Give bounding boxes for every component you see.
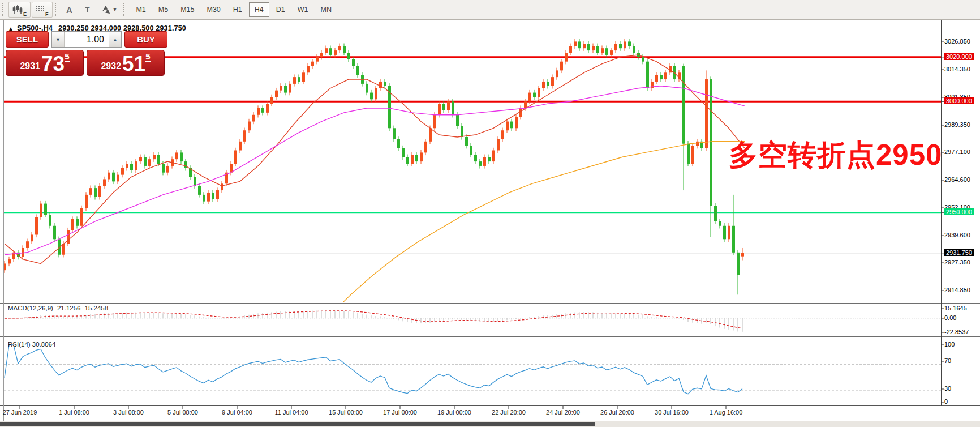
grid-icon <box>36 5 45 14</box>
candle <box>542 79 545 91</box>
price-chart[interactable] <box>0 20 980 427</box>
candle <box>76 216 79 228</box>
buy-price-fraction: 5 <box>145 52 150 62</box>
sell-price-main: 73 <box>41 54 65 74</box>
volume-input[interactable] <box>65 32 109 47</box>
cursor-tool-button[interactable]: A <box>62 2 78 18</box>
candle <box>705 70 708 151</box>
candle <box>474 152 477 164</box>
candle <box>180 150 183 164</box>
date-label: 15 Jul 00:00 <box>329 409 363 416</box>
candle <box>737 250 740 294</box>
text-label-tool-button[interactable]: T <box>79 2 97 18</box>
timeframe-button-m30[interactable]: M30 <box>201 2 226 17</box>
candle <box>184 159 187 170</box>
candle <box>533 90 536 100</box>
candle <box>660 72 663 82</box>
candle <box>519 105 522 119</box>
buy-price-tile[interactable]: 2932 51 5 <box>87 50 165 76</box>
arrows-icon <box>101 6 110 14</box>
candle <box>316 54 319 64</box>
candle <box>135 159 137 173</box>
candle <box>624 39 626 51</box>
price-axis-label: 2977.100 <box>944 148 970 155</box>
date-label: 19 Jul 00:00 <box>437 409 471 416</box>
toolbar-drag-handle[interactable] <box>123 3 128 16</box>
candle <box>583 41 586 51</box>
timeframe-button-m5[interactable]: M5 <box>153 2 174 17</box>
candle <box>465 134 468 148</box>
price-axis-label: 3026.850 <box>944 38 970 45</box>
candle <box>40 201 42 220</box>
candle <box>461 123 463 140</box>
sell-price-tile[interactable]: 2931 73 5 <box>6 50 84 76</box>
candle <box>719 219 721 228</box>
candle <box>596 44 599 55</box>
candle <box>307 63 310 75</box>
candle <box>678 70 681 82</box>
date-label: 5 Jul 08:00 <box>167 409 198 416</box>
sell-price-fraction: 5 <box>65 52 69 62</box>
candle <box>153 152 156 162</box>
sell-button[interactable]: SELL <box>6 31 49 48</box>
data-window-button[interactable]: F <box>32 2 53 18</box>
one-click-trading-panel: SELL ▼ ▲ BUY 2931 73 5 2932 51 5 <box>6 31 167 76</box>
price-axis-label: 2914.850 <box>944 287 970 293</box>
timeframe-button-h1[interactable]: H1 <box>227 2 248 17</box>
toolbar-drag-handle[interactable] <box>2 3 6 16</box>
candle <box>53 223 56 242</box>
timeframe-button-m1[interactable]: M1 <box>130 2 151 17</box>
candle <box>714 203 717 224</box>
date-label: 27 Jun 2019 <box>3 409 37 416</box>
candle <box>601 45 604 55</box>
timeframe-button-h4[interactable]: H4 <box>249 2 269 17</box>
horizontal-scrollbar[interactable] <box>0 421 980 427</box>
candle <box>664 70 667 82</box>
timeframe-button-d1[interactable]: D1 <box>270 2 291 17</box>
volume-decrease-button[interactable]: ▼ <box>52 32 65 47</box>
volume-increase-button[interactable]: ▲ <box>109 32 121 47</box>
price-axis-label: 2939.600 <box>944 232 970 238</box>
candle <box>651 79 654 91</box>
candle <box>234 148 237 166</box>
candle <box>270 95 273 106</box>
chart-annotation-text[interactable]: 多空转折点2950 <box>729 136 942 175</box>
candle <box>343 44 346 55</box>
timeframe-button-m15[interactable]: M15 <box>175 2 200 17</box>
candle <box>728 223 730 242</box>
volume-stepper: ▼ ▲ <box>51 31 122 48</box>
date-label: 3 Jul 08:00 <box>113 409 144 416</box>
candle <box>375 86 377 102</box>
date-label: 30 Jul 16:00 <box>655 409 689 416</box>
date-label: 26 Jul 20:00 <box>600 409 634 416</box>
price-axis-label: 2964.600 <box>944 176 970 183</box>
candle <box>397 136 400 151</box>
chart-window: ▲SP500-,H42930.250 2934.000 2928.500 293… <box>0 20 980 427</box>
chart-type-button[interactable]: E <box>8 2 31 18</box>
toolbar-drag-handle[interactable] <box>55 3 59 16</box>
candle <box>275 88 278 100</box>
candle <box>35 214 38 237</box>
macd-indicator-label: MACD(12,26,9) -21.1256 -15.2458 <box>8 305 108 311</box>
candle <box>8 257 11 266</box>
chevron-down-icon: ▼ <box>112 7 117 12</box>
price-level-badge: 2950.000 <box>944 208 974 215</box>
candle <box>311 59 314 69</box>
cursor-tool-label: A <box>66 5 72 15</box>
main-pane <box>3 39 941 339</box>
candle <box>280 83 282 93</box>
candle <box>497 136 500 153</box>
arrow-objects-button[interactable]: ▼ <box>97 2 121 18</box>
candle <box>488 155 491 164</box>
candle <box>329 45 332 57</box>
candle <box>338 44 341 53</box>
timeframe-button-w1[interactable]: W1 <box>292 2 314 17</box>
buy-button[interactable]: BUY <box>124 31 167 48</box>
rsi-axis-label: 0 <box>944 398 948 405</box>
timeframe-button-mn[interactable]: MN <box>315 2 337 17</box>
scrollbar-thumb[interactable] <box>0 422 595 426</box>
candle <box>203 192 205 204</box>
timeframe-buttons: M1M5M15M30H1H4D1W1MN <box>130 2 338 17</box>
candle <box>31 232 33 244</box>
candle <box>103 177 106 189</box>
